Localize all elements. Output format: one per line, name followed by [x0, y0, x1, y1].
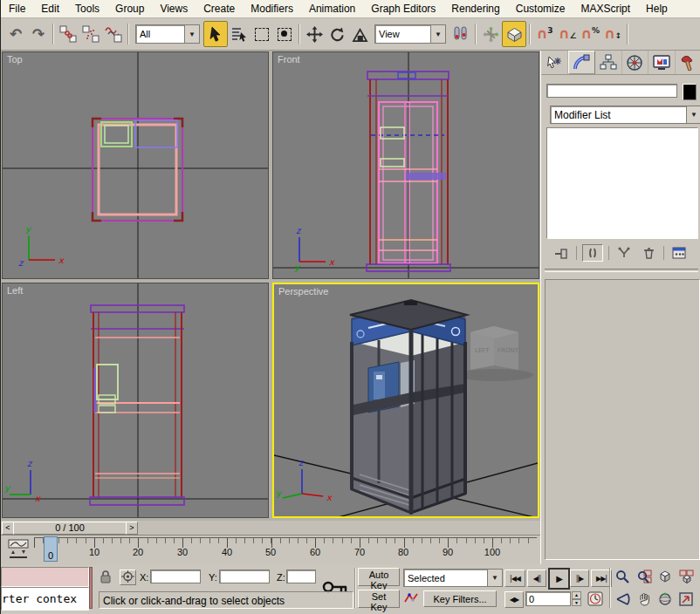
remove-modifier-icon[interactable] [639, 245, 658, 261]
track-bar[interactable]: 0 10 20 30 40 50 60 70 80 90 100 0 [1, 536, 540, 566]
menu-maxscript[interactable]: MAXScript [573, 1, 638, 17]
select-and-move-icon[interactable] [303, 22, 326, 46]
zoom-extents-icon[interactable] [656, 568, 674, 584]
select-and-scale-icon[interactable] [348, 22, 371, 46]
unlink-selection-icon[interactable] [79, 22, 102, 46]
menu-create[interactable]: Create [196, 1, 243, 17]
make-unique-icon[interactable] [614, 245, 634, 261]
display-tab[interactable] [649, 51, 676, 74]
dropdown-arrow-icon[interactable]: ▼ [487, 570, 502, 586]
play-button[interactable]: ▶ [548, 568, 570, 590]
menu-graph-editors[interactable]: Graph Editors [363, 1, 443, 17]
menu-tools[interactable]: Tools [67, 1, 107, 17]
angle-snap-icon[interactable]: ∩∠ [556, 22, 579, 46]
menu-edit[interactable]: Edit [33, 1, 67, 17]
select-and-rotate-icon[interactable] [326, 22, 348, 46]
rectangular-selection-region-icon[interactable] [250, 22, 273, 46]
viewport-left[interactable]: Left [2, 283, 269, 518]
snaps-toggle-icon[interactable]: ∩3 [533, 22, 556, 46]
viewport-top[interactable]: Top y x z [2, 51, 269, 279]
x-coordinate-field[interactable] [150, 570, 201, 583]
select-and-manipulate-icon[interactable] [479, 22, 502, 46]
select-and-link-icon[interactable] [57, 22, 79, 46]
key-filters-button[interactable]: Key Filters... [423, 590, 497, 607]
svg-text:x: x [58, 256, 65, 265]
dropdown-arrow-icon[interactable]: ▼ [430, 25, 445, 43]
configure-modifier-sets-icon[interactable] [669, 245, 689, 261]
hierarchy-tab[interactable] [595, 51, 622, 74]
pin-stack-icon[interactable] [552, 245, 571, 261]
modifier-list-dropdown[interactable]: Modifier List ▼ [550, 106, 700, 124]
undo-icon[interactable]: ↶ [4, 22, 27, 46]
dropdown-arrow-icon[interactable]: ▼ [184, 25, 199, 43]
previous-frame-arrow[interactable]: < [2, 522, 14, 535]
modifier-stack-list[interactable] [546, 127, 698, 239]
utilities-tab[interactable] [676, 51, 700, 74]
keyboard-override-icon[interactable] [502, 21, 526, 47]
window-crossing-icon[interactable] [273, 22, 296, 46]
min-max-toggle-icon[interactable] [677, 590, 695, 607]
menu-file[interactable]: File [1, 1, 33, 17]
menu-modifiers[interactable]: Modifiers [243, 1, 301, 17]
arc-rotate-icon[interactable] [656, 590, 674, 607]
selection-filter-dropdown[interactable]: All ▼ [135, 24, 200, 44]
next-frame-arrow[interactable]: > [126, 522, 138, 535]
zoom-icon[interactable] [614, 568, 631, 584]
viewport-front[interactable]: Front [272, 51, 539, 279]
tick-label: 70 [347, 547, 373, 557]
phone-booth-model [350, 300, 467, 513]
create-tab[interactable] [541, 51, 568, 74]
object-name-field[interactable] [546, 84, 677, 98]
use-pivot-center-icon[interactable] [450, 22, 472, 46]
maxscript-mini-listener[interactable]: rter contex [1, 587, 89, 611]
motion-tab[interactable] [622, 51, 649, 74]
mini-curve-editor-icon[interactable] [7, 538, 30, 561]
selection-set-dropdown[interactable]: Selected ▼ [403, 569, 503, 587]
current-frame-marker[interactable]: 0 [44, 536, 58, 562]
show-end-result-icon[interactable] [582, 244, 603, 262]
select-by-name-icon[interactable] [228, 22, 250, 46]
redo-icon[interactable]: ↷ [27, 22, 50, 46]
listener-splitter[interactable] [89, 567, 93, 609]
time-slider-row: < 0 / 100 > [1, 521, 540, 536]
reference-coordinate-dropdown[interactable]: View ▼ [374, 24, 446, 44]
modify-tab[interactable] [568, 51, 596, 74]
previous-frame-button[interactable]: ◀|| [527, 570, 546, 587]
auto-key-button[interactable]: Auto Key [358, 568, 400, 586]
y-coordinate-field[interactable] [219, 570, 270, 583]
zoom-all-icon[interactable] [635, 568, 653, 584]
field-of-view-icon[interactable] [614, 590, 631, 607]
zoom-extents-all-icon[interactable] [677, 568, 695, 584]
percent-snap-icon[interactable]: ∩% [579, 22, 601, 46]
spinner-snap-icon[interactable]: ∩↕ [601, 22, 624, 46]
menu-group[interactable]: Group [107, 1, 152, 17]
current-frame-field[interactable] [525, 591, 571, 606]
time-slider[interactable]: 0 / 100 [13, 522, 127, 535]
next-frame-button[interactable]: ||▶ [570, 570, 589, 587]
menu-help[interactable]: Help [638, 1, 676, 17]
select-object-icon[interactable] [203, 21, 228, 47]
dropdown-arrow-icon[interactable]: ▼ [686, 106, 700, 123]
key-mode-toggle-button[interactable]: ◀▶ [504, 591, 524, 608]
menu-views[interactable]: Views [152, 1, 196, 17]
selection-lock-icon[interactable] [100, 570, 112, 583]
go-to-start-button[interactable]: |◀◀ [504, 570, 525, 587]
bind-to-spacewarp-icon[interactable] [102, 22, 125, 46]
spinner-up-icon: ▲ [572, 591, 581, 599]
menu-animation[interactable]: Animation [301, 1, 363, 17]
absolute-offset-toggle-icon[interactable] [120, 570, 136, 585]
time-configuration-icon[interactable] [587, 591, 603, 606]
macro-recorder-field[interactable] [1, 567, 89, 587]
set-key-filters-curve-icon[interactable] [403, 590, 419, 606]
set-key-button[interactable]: Set Key [358, 590, 400, 608]
pan-hand-icon[interactable] [635, 590, 653, 607]
status-prompt: Click or click-and-drag to select object… [99, 591, 353, 609]
frame-spinner[interactable]: ▲ ▼ [572, 591, 581, 606]
z-coordinate-field[interactable] [286, 570, 316, 583]
object-color-swatch[interactable] [683, 84, 697, 100]
selection-set-value: Selected [404, 573, 487, 583]
viewport-perspective[interactable]: Perspective LEFT FRONT [272, 283, 539, 518]
menu-customize[interactable]: Customize [508, 1, 573, 17]
menu-rendering[interactable]: Rendering [443, 1, 507, 17]
viewport-area: Top y x z Front [1, 51, 540, 521]
